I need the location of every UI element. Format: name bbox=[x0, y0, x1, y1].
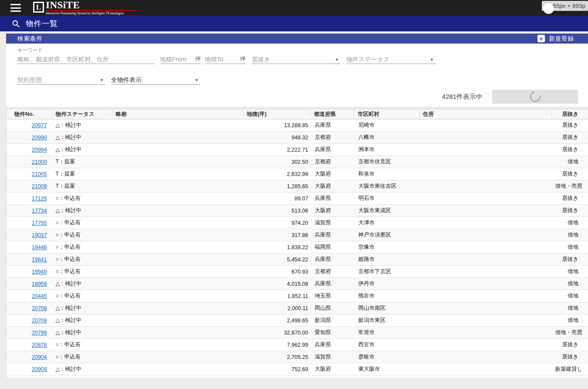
cell-area: 752.69 bbox=[243, 363, 311, 375]
keyword-label: キーワード bbox=[17, 47, 43, 54]
cell-area: 2,498.65 bbox=[243, 315, 311, 327]
property-no-link[interactable]: 19037 bbox=[32, 232, 47, 238]
cell-fixtures: 借地 bbox=[552, 241, 588, 254]
property-status-select[interactable]: 物件ステータス ▼ bbox=[346, 55, 436, 64]
cell-area: 2,632.99 bbox=[243, 168, 311, 180]
cell-pref: 滋賀県 bbox=[311, 217, 354, 229]
property-no-link[interactable]: 20799 bbox=[32, 330, 47, 336]
cell-fixtures: 居抜き bbox=[552, 168, 588, 180]
cell-fixtures: 借地 bbox=[552, 217, 588, 229]
cell-status: △：検討中 bbox=[52, 132, 112, 144]
cell-address bbox=[419, 119, 552, 132]
property-no-link[interactable]: 20709 bbox=[32, 318, 47, 324]
cell-city: 彦根市 bbox=[354, 351, 419, 363]
cell-fixtures: 借地・売買 bbox=[552, 180, 588, 193]
property-no-link[interactable]: 17755 bbox=[32, 220, 47, 226]
property-no-link[interactable]: 21005 bbox=[32, 171, 47, 177]
property-no-link[interactable]: 20990 bbox=[32, 135, 47, 141]
overlay-circle bbox=[543, 3, 554, 14]
display-filter-select[interactable]: 全物件表示 ▼ bbox=[111, 75, 200, 85]
area-to-input[interactable]: 坪 地積To bbox=[205, 55, 246, 64]
property-no-link[interactable]: 20909 bbox=[32, 366, 47, 372]
cell-city: 熊谷市 bbox=[354, 290, 419, 302]
cell-name bbox=[112, 156, 243, 168]
column-header: 住所 bbox=[419, 109, 552, 119]
cell-status: ○：申込有 bbox=[52, 351, 112, 363]
cell-area: 13,288.85 bbox=[243, 119, 311, 132]
cell-city: 姫路市 bbox=[354, 254, 419, 266]
cell-city: 洲本市 bbox=[354, 144, 419, 156]
cell-name bbox=[112, 363, 243, 375]
cell-property-no: 20909 bbox=[7, 363, 52, 375]
cell-address bbox=[419, 339, 552, 351]
property-no-link[interactable]: 21009 bbox=[32, 183, 47, 189]
cell-status: △：検討中 bbox=[52, 327, 112, 339]
table-header-row: 物件No.物件ステータス略称地積(坪)都道府県市区町村住所居抜き bbox=[7, 109, 588, 119]
cell-address bbox=[419, 180, 552, 193]
chevron-down-icon: ▼ bbox=[100, 76, 104, 84]
property-no-link[interactable]: 19959 bbox=[32, 281, 47, 287]
cell-fixtures: 借地 bbox=[552, 266, 588, 278]
area-to-placeholder: 地積To bbox=[205, 56, 223, 63]
cell-pref: 兵庫県 bbox=[311, 278, 354, 290]
fixtures-select[interactable]: 居抜き ▼ bbox=[252, 55, 341, 64]
property-status-placeholder: 物件ステータス bbox=[346, 55, 389, 64]
table-row: 17755○：申込有974.20滋賀県大津市借地 bbox=[7, 217, 588, 229]
cell-fixtures: 居抜き bbox=[552, 351, 588, 363]
contract-type-select[interactable]: 契約形態 ▼ bbox=[17, 75, 105, 85]
cell-address bbox=[419, 327, 552, 339]
property-no-link[interactable]: 21000 bbox=[32, 159, 47, 165]
cell-name bbox=[112, 327, 243, 339]
cell-property-no: 19037 bbox=[7, 229, 52, 241]
keyword-input[interactable]: 略称、都道府県、市区町村、住所 bbox=[17, 55, 155, 64]
cell-address bbox=[419, 254, 552, 266]
cell-pref: 京都府 bbox=[311, 156, 354, 168]
cell-address bbox=[419, 193, 552, 205]
table-row: 20799△：検討中32,670.00愛知県常滑市借地・売買 bbox=[7, 327, 588, 339]
cell-pref: 兵庫県 bbox=[311, 229, 354, 241]
cell-address bbox=[419, 132, 552, 144]
cell-property-no: 21005 bbox=[7, 168, 52, 180]
property-no-link[interactable]: 19949 bbox=[32, 269, 47, 275]
property-no-link[interactable]: 20994 bbox=[32, 147, 47, 153]
cell-status: △：検討中 bbox=[52, 119, 112, 132]
table-row: 20977△：検討中13,288.85兵庫県尼崎市居抜き bbox=[7, 119, 588, 132]
contract-type-placeholder: 契約形態 bbox=[17, 75, 42, 84]
cell-name bbox=[112, 229, 243, 241]
property-no-link[interactable]: 19448 bbox=[32, 244, 47, 250]
cell-city: 大津市 bbox=[354, 217, 419, 229]
cell-pref: 新潟県 bbox=[311, 315, 354, 327]
cell-area: 1,285.65 bbox=[243, 180, 311, 193]
cell-fixtures: 借地 bbox=[552, 278, 588, 290]
area-from-input[interactable]: 坪 地積From bbox=[160, 55, 201, 64]
property-no-link[interactable]: 19841 bbox=[32, 257, 47, 263]
cell-property-no: 20445 bbox=[7, 290, 52, 302]
property-no-link[interactable]: 20878 bbox=[32, 342, 47, 348]
new-registration-button[interactable]: + 新規登録 bbox=[537, 35, 574, 43]
column-header: 略称 bbox=[112, 109, 243, 119]
cell-area: 7,962.99 bbox=[243, 339, 311, 351]
search-icon bbox=[12, 20, 20, 28]
search-conditions-header: 検索条件 + 新規登録 bbox=[6, 34, 588, 44]
cell-name bbox=[112, 119, 243, 132]
table-row: 21009T：提案1,285.65大阪府大阪市東住吉区借地・売買 bbox=[7, 180, 588, 193]
cell-pref: 京都府 bbox=[311, 132, 354, 144]
cell-name bbox=[112, 339, 243, 351]
property-no-link[interactable]: 17734 bbox=[32, 208, 47, 214]
cell-name bbox=[112, 217, 243, 229]
hamburger-menu-icon[interactable] bbox=[6, 1, 26, 14]
cell-fixtures: 借地・売買 bbox=[552, 327, 588, 339]
property-no-link[interactable]: 20904 bbox=[32, 354, 47, 360]
loading-spinner-icon bbox=[528, 89, 542, 104]
app-logo[interactable]: L INSiTE Interactive Nominating System b… bbox=[33, 0, 137, 15]
cell-fixtures: 居抜き bbox=[552, 205, 588, 217]
property-no-link[interactable]: 20708 bbox=[32, 305, 47, 311]
cell-status: ○：申込有 bbox=[52, 217, 112, 229]
property-no-link[interactable]: 20445 bbox=[32, 293, 47, 299]
table-row: 20709△：検討中2,498.65新潟県新潟市東区借地 bbox=[7, 315, 588, 327]
loading-button[interactable] bbox=[492, 90, 578, 104]
property-no-link[interactable]: 20977 bbox=[32, 122, 47, 129]
cell-property-no: 19448 bbox=[7, 241, 52, 254]
property-no-link[interactable]: 17125 bbox=[32, 196, 47, 202]
cell-address bbox=[419, 144, 552, 156]
